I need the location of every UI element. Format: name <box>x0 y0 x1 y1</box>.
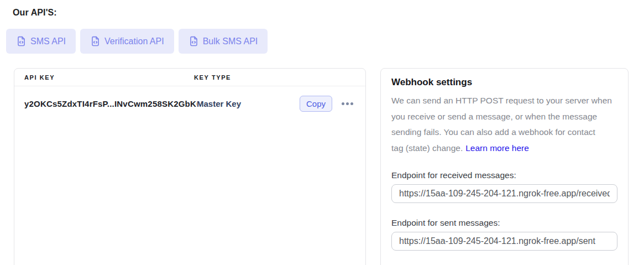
api-button-label: Bulk SMS API <box>203 37 258 46</box>
sent-endpoint-field: Endpoint for sent messages: <box>391 218 617 251</box>
learn-more-link[interactable]: Learn more here <box>465 143 529 153</box>
verification-api-button[interactable]: Verification API <box>80 29 174 54</box>
received-endpoint-label: Endpoint for received messages: <box>391 170 617 180</box>
api-keys-card: API KEY KEY TYPE y2OKCs5ZdxTI4rFsP...INv… <box>14 68 366 265</box>
copy-button[interactable]: Copy <box>300 96 332 112</box>
file-code-icon <box>16 36 27 46</box>
page-title: Our API'S: <box>13 8 57 18</box>
api-button-label: Verification API <box>104 37 164 46</box>
column-header-api-key: API KEY <box>24 74 194 81</box>
webhook-settings-card: Webhook settings We can send an HTTP POS… <box>380 68 629 265</box>
sent-endpoint-input[interactable] <box>391 232 617 251</box>
ellipsis-icon <box>350 102 353 105</box>
column-header-key-type: KEY TYPE <box>194 74 231 81</box>
received-endpoint-input[interactable] <box>391 184 617 203</box>
api-keys-table-header: API KEY KEY TYPE <box>14 69 365 86</box>
ellipsis-icon <box>346 102 349 105</box>
webhook-description: We can send an HTTP POST request to your… <box>391 93 617 156</box>
key-type-value: Master Key <box>197 99 300 108</box>
api-button-label: SMS API <box>30 37 66 46</box>
table-row: y2OKCs5ZdxTI4rFsP...INvCwm258SK2GbKCF Ma… <box>14 86 365 121</box>
api-key-value: y2OKCs5ZdxTI4rFsP...INvCwm258SK2GbKCF <box>24 99 197 108</box>
file-code-icon <box>90 36 101 46</box>
sms-api-button[interactable]: SMS API <box>6 29 76 54</box>
webhook-settings-title: Webhook settings <box>391 77 617 88</box>
received-endpoint-field: Endpoint for received messages: <box>391 170 617 203</box>
ellipsis-icon <box>342 102 344 105</box>
api-settings-page: Our API'S: SMS API <box>0 0 644 265</box>
more-options-button[interactable] <box>339 100 355 108</box>
file-code-icon <box>189 36 199 46</box>
sent-endpoint-label: Endpoint for sent messages: <box>391 218 617 228</box>
bulk-sms-api-button[interactable]: Bulk SMS API <box>179 29 268 54</box>
api-buttons-row: SMS API Verification API <box>6 29 268 54</box>
